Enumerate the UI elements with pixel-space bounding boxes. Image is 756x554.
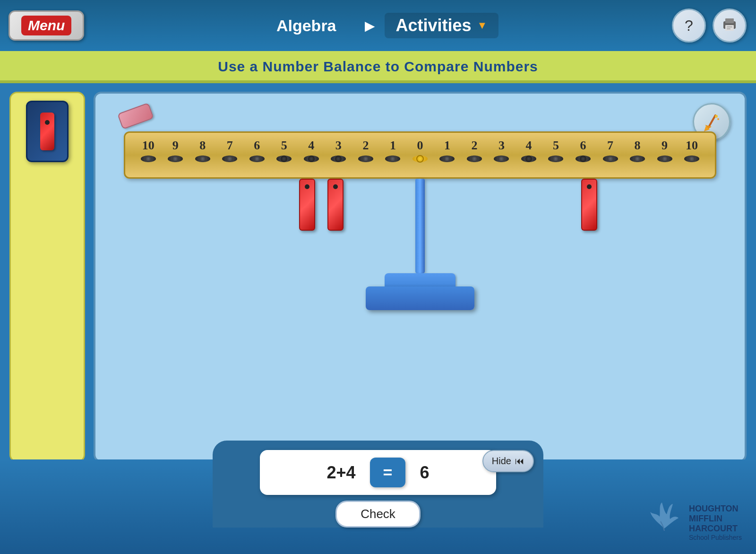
dot-p3[interactable] [494,156,509,162]
top-nav-bar: Menu Algebra ▶ Activities ▼ ? [0,0,756,51]
hmh-logo: HOUGHTON MIFFLIN HARCOURT School Publish… [645,500,742,545]
nav-arrow-icon: ▶ [355,18,385,34]
equation-right: 6 [420,463,429,483]
number-beam: 10 9 8 7 6 5 4 3 2 1 0 1 2 3 4 [124,131,716,179]
num-p10: 10 [684,138,699,153]
balance-canvas[interactable]: 10 9 8 7 6 5 4 3 2 1 0 1 2 3 4 [94,92,747,462]
dot-p2[interactable] [467,156,482,162]
hide-button[interactable]: Hide ⏮ [482,450,534,472]
left-token-panel [9,92,85,462]
balance-base-top [385,273,455,286]
num-n1: 1 [385,138,400,153]
num-p2: 2 [467,138,482,153]
subtitle-text: Use a Number Balance to Compare Numbers [218,59,538,74]
dot-n5[interactable] [276,156,292,162]
dot-p6[interactable] [576,156,591,162]
token-item[interactable] [26,101,69,162]
hmh-bird-icon [645,500,683,545]
check-button[interactable]: Check [335,501,421,528]
dot-p5[interactable] [548,156,563,162]
svg-point-8 [715,115,718,118]
svg-rect-3 [727,26,732,27]
num-p1: 1 [439,138,455,153]
dot-n4[interactable] [304,156,319,162]
balance-pole-group [366,179,474,310]
dot-n2[interactable] [358,156,373,162]
svg-rect-4 [727,28,730,29]
dot-n8[interactable] [195,156,210,162]
nav-center: Algebra ▶ Activities ▼ [84,13,672,38]
balance-base-bottom [366,286,474,310]
menu-button[interactable]: Menu [9,10,84,41]
svg-point-9 [717,118,719,120]
token-shape [40,113,54,150]
num-p3: 3 [494,138,509,153]
dot-p7[interactable] [603,156,618,162]
num-n2: 2 [358,138,373,153]
activities-dropdown-icon: ▼ [477,19,488,32]
num-n5: 5 [276,138,292,153]
token-dot [45,120,50,125]
equation-row: 2+4 = 6 [260,450,496,495]
equation-left: 2+4 [327,463,356,483]
num-p7: 7 [603,138,618,153]
svg-rect-2 [725,25,734,31]
help-icon: ? [685,17,693,35]
eraser-tool[interactable] [119,108,152,124]
dot-n9[interactable] [168,156,183,162]
dot-n7[interactable] [222,156,237,162]
num-p6: 6 [576,138,591,153]
dot-p8[interactable] [630,156,645,162]
dot-n3[interactable] [331,156,346,162]
dot-n6[interactable] [249,156,265,162]
num-p4: 4 [521,138,536,153]
dot-n1[interactable] [385,156,400,162]
num-n3: 3 [331,138,346,153]
hmh-line3: HARCOURT [689,524,742,534]
bottom-panel: Hide ⏮ 2+4 = 6 Check [0,459,756,554]
svg-rect-1 [725,18,734,23]
weight-right-6[interactable] [581,179,597,231]
top-right-buttons: ? [672,9,747,43]
num-p9: 9 [657,138,672,153]
hmh-line1: HOUGHTON [689,504,742,514]
help-button[interactable]: ? [672,9,706,43]
dots-row [125,155,715,163]
balance-beam-container: 10 9 8 7 6 5 4 3 2 1 0 1 2 3 4 [124,131,716,179]
nav-algebra-label: Algebra [258,17,355,35]
dot-p1[interactable] [439,156,455,162]
print-button[interactable] [713,9,747,43]
weight-left-4[interactable] [299,179,315,231]
num-n4: 4 [304,138,319,153]
subtitle-bar: Use a Number Balance to Compare Numbers [0,51,756,83]
dot-p10[interactable] [684,156,699,162]
dot-n10[interactable] [141,156,156,162]
eraser-icon [117,103,154,130]
num-n6: 6 [249,138,265,153]
num-n9: 9 [168,138,183,153]
dot-p4[interactable] [521,156,536,162]
num-p5: 5 [548,138,563,153]
num-p8: 8 [630,138,645,153]
hide-icon: ⏮ [515,456,524,467]
num-n8: 8 [195,138,210,153]
check-btn-row: Check [335,501,421,528]
dot-center [412,156,428,162]
num-0: 0 [412,138,428,153]
hmh-line2: MIFFLIN [689,514,742,524]
numbers-row: 10 9 8 7 6 5 4 3 2 1 0 1 2 3 4 [125,137,715,155]
equation-dock: Hide ⏮ 2+4 = 6 Check [213,441,543,528]
balance-pole [415,179,425,273]
nav-activities-label: Activities [396,16,472,35]
dot-p9[interactable] [657,156,672,162]
equals-button[interactable]: = [370,458,406,487]
print-icon [721,15,739,36]
hmh-publisher-text: HOUGHTON MIFFLIN HARCOURT School Publish… [689,504,742,541]
num-n7: 7 [222,138,237,153]
weight-left-3[interactable] [327,179,344,231]
nav-activities-section[interactable]: Activities ▼ [385,13,499,38]
hmh-line4: School Publishers [689,534,742,541]
num-n10: 10 [141,138,156,153]
